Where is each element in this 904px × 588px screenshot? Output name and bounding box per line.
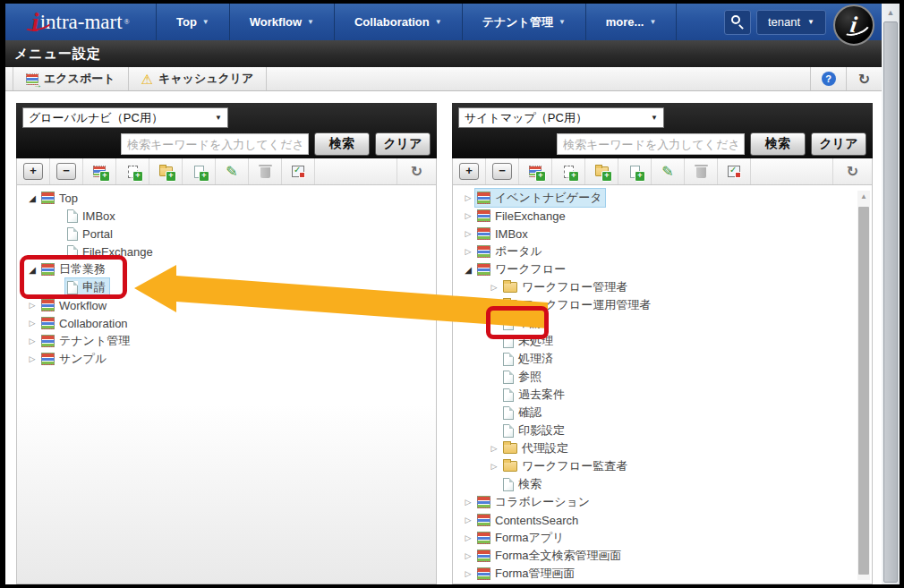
tree-item[interactable]: ▷IMBox <box>453 225 872 243</box>
tree-item[interactable]: ▷Workflow <box>17 296 436 314</box>
add-folder-button[interactable] <box>149 158 183 184</box>
tree-item[interactable]: ▷テナント管理 <box>17 332 436 350</box>
refresh-button[interactable]: ↻ <box>397 158 436 184</box>
add-folder-button[interactable] <box>585 158 618 184</box>
tree-item[interactable]: 過去案件 <box>453 386 872 404</box>
tree-item[interactable]: ▷Forma管理画面 <box>453 565 872 583</box>
tree-item[interactable]: ▷ワークフロー監査者 <box>453 457 872 475</box>
tree-item[interactable]: 印影設定 <box>453 422 872 439</box>
nav-menu-more...[interactable]: more...▼ <box>585 4 678 40</box>
nav-menu-テナント管理[interactable]: テナント管理▼ <box>462 4 585 40</box>
tree-item[interactable]: ▷ポータル <box>453 243 872 260</box>
tenant-dropdown[interactable]: tenant ▼ <box>756 10 826 35</box>
tree-toggle-icon[interactable]: ▷ <box>462 516 474 524</box>
tree-search-input[interactable] <box>557 133 745 155</box>
tree-item[interactable]: 処理済 <box>453 350 872 368</box>
refresh-button[interactable]: ↻ <box>832 158 872 184</box>
tree-toggle-icon[interactable]: ▷ <box>462 247 474 256</box>
tree-toggle-icon[interactable]: ▷ <box>26 319 38 328</box>
tree-item[interactable]: ▷イベントナビゲータ <box>453 189 872 207</box>
collapse-all-button[interactable]: − <box>486 158 519 184</box>
add-page-button[interactable] <box>183 158 216 184</box>
tree-toggle-icon[interactable]: ▷ <box>462 211 474 220</box>
tree-toggle-icon[interactable]: ▷ <box>488 301 500 310</box>
tree-toggle-icon[interactable]: ▷ <box>462 229 474 238</box>
tree-toggle-icon[interactable]: ◢ <box>26 265 38 275</box>
tree-item[interactable]: 未処理 <box>453 332 872 350</box>
tree-clear-button[interactable]: クリア <box>375 132 431 156</box>
tree-toggle-icon[interactable]: ▷ <box>462 551 474 560</box>
tree-toggle-icon[interactable]: ◢ <box>462 265 474 275</box>
tree-item[interactable]: ▷コラボレーション <box>453 493 872 511</box>
tree-toggle-icon[interactable]: ▷ <box>462 498 474 507</box>
page-refresh-button[interactable]: ↻ <box>846 67 882 90</box>
tree-item[interactable]: ▷Collaboration <box>17 314 436 332</box>
tree-item[interactable]: Portal <box>17 225 436 243</box>
delete-button[interactable] <box>685 158 718 184</box>
menu-type-select[interactable]: サイトマップ（PC用） ▼ <box>458 107 664 128</box>
scrollbar-thumb[interactable] <box>858 207 869 575</box>
help-button[interactable]: ? <box>810 67 846 90</box>
tree-node: FileExchange <box>474 208 570 225</box>
nav-menu-Workflow[interactable]: Workflow▼ <box>229 4 334 40</box>
page-scrollbar-thumb[interactable] <box>883 21 898 583</box>
search-button[interactable] <box>724 10 751 35</box>
scroll-up-arrow-icon[interactable]: ▲ <box>882 5 900 20</box>
tree-item[interactable]: ▷ワークフロー管理者 <box>453 278 872 296</box>
user-brand-badge[interactable]: i <box>833 4 874 46</box>
tree-item[interactable]: ◢Top <box>17 189 436 207</box>
add-page-dashed-button[interactable] <box>116 158 149 184</box>
tree-item[interactable]: FileExchange <box>17 243 436 260</box>
tree-item[interactable]: IMBox <box>17 207 436 225</box>
tree-clear-button[interactable]: クリア <box>811 132 866 156</box>
tree-item[interactable]: ▷FileExchange <box>453 207 872 225</box>
export-button[interactable]: エクスポート <box>13 67 129 90</box>
sort-display-button[interactable] <box>718 158 751 184</box>
menu-type-select[interactable]: グローバルナビ（PC用） ▼ <box>22 107 228 128</box>
tree-node: テナント管理 <box>38 331 134 351</box>
tree-toolbar: +−✎↻ <box>452 158 873 185</box>
tree-item[interactable]: ◢日常業務 <box>17 260 436 278</box>
nav-menu-Top[interactable]: Top▼ <box>156 4 229 40</box>
tree-item[interactable]: ▷サンプル <box>17 350 436 368</box>
intra-mart-logo[interactable]: iintra-mart® <box>5 4 156 40</box>
expand-all-button[interactable]: + <box>17 158 50 184</box>
tree-toggle-icon[interactable]: ▷ <box>26 354 38 363</box>
tree-item[interactable]: 申請 <box>453 314 872 332</box>
tree-toggle-icon[interactable]: ▷ <box>488 462 500 471</box>
tree-item[interactable]: ▷代理設定 <box>453 439 872 457</box>
scroll-up-arrow-icon[interactable]: ▲ <box>857 191 870 203</box>
tree-toggle-icon[interactable]: ▷ <box>462 533 474 542</box>
tree-item[interactable]: ▷ContentsSearch <box>453 511 872 529</box>
tree-item[interactable]: ▷Forma全文検索管理画面 <box>453 547 872 565</box>
sort-display-button[interactable] <box>282 158 315 184</box>
tree-toggle-icon[interactable]: ▷ <box>462 569 474 578</box>
tree-toggle-icon[interactable]: ▷ <box>26 337 38 345</box>
tree-item[interactable]: 検索 <box>453 475 872 493</box>
tree-item[interactable]: 参照 <box>453 368 872 386</box>
add-menu-group-button[interactable] <box>519 158 552 184</box>
tree-item[interactable]: 申請 <box>17 278 436 296</box>
tree-item[interactable]: ▷ワークフロー運用管理者 <box>453 296 872 314</box>
add-menu-group-button[interactable] <box>83 158 116 184</box>
tree-search-button[interactable]: 検索 <box>750 132 806 156</box>
tree-item[interactable]: ▷Formaアプリ <box>453 529 872 547</box>
tree-toggle-icon[interactable]: ▷ <box>488 444 500 453</box>
delete-button[interactable] <box>249 158 282 184</box>
edit-button[interactable]: ✎ <box>216 158 249 184</box>
cache-clear-button[interactable]: ⚠ キャッシュクリア <box>129 67 268 90</box>
tree-toggle-icon[interactable]: ▷ <box>26 301 38 310</box>
add-page-dashed-button[interactable] <box>552 158 585 184</box>
expand-all-button[interactable]: + <box>453 158 486 184</box>
tree-item[interactable]: ◢ワークフロー <box>453 260 872 278</box>
tree-toggle-icon[interactable]: ▷ <box>488 283 500 292</box>
tree-toggle-icon[interactable]: ▷ <box>462 193 474 202</box>
collapse-all-button[interactable]: − <box>50 158 83 184</box>
tree-item[interactable]: 確認 <box>453 404 872 422</box>
nav-menu-Collaboration[interactable]: Collaboration▼ <box>334 4 462 40</box>
add-page-button[interactable] <box>618 158 652 184</box>
edit-button[interactable]: ✎ <box>652 158 685 184</box>
tree-toggle-icon[interactable]: ◢ <box>26 193 38 203</box>
tree-search-button[interactable]: 検索 <box>314 132 370 156</box>
tree-search-input[interactable] <box>121 133 309 155</box>
